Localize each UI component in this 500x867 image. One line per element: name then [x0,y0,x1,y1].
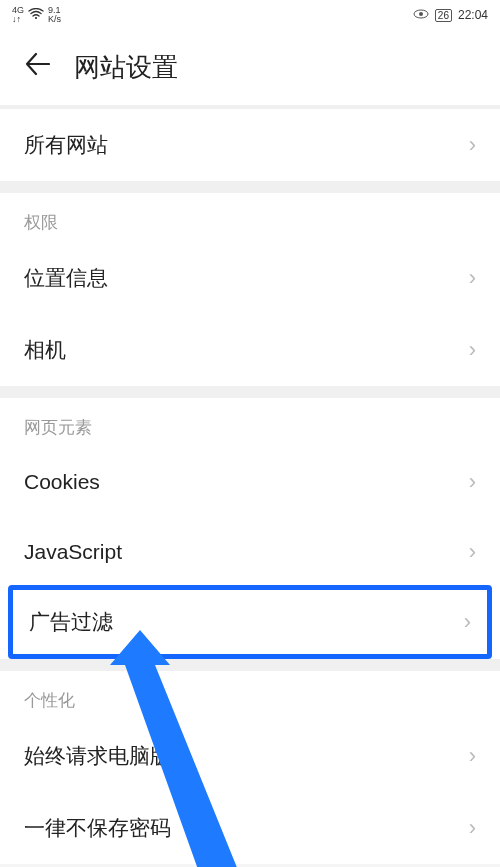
chevron-right-icon: › [464,609,471,635]
list-item-all-sites[interactable]: 所有网站 › [0,109,500,181]
list-item-label: 相机 [24,336,66,364]
chevron-right-icon: › [469,815,476,841]
section-header-personalization: 个性化 [0,671,500,720]
list-item-label: 始终请求电脑版 [24,742,171,770]
battery-icon: 26 [435,9,452,22]
chevron-right-icon: › [469,132,476,158]
time-label: 22:04 [458,8,488,22]
list-item-no-password[interactable]: 一律不保存密码 › [0,792,500,864]
eye-icon [413,8,429,22]
chevron-right-icon: › [469,469,476,495]
list-item-desktop[interactable]: 始终请求电脑版 › [0,720,500,792]
chevron-right-icon: › [469,539,476,565]
status-bar: 4G↓↑ 9.1K/s 26 22:04 [0,0,500,30]
section-header-elements: 网页元素 [0,398,500,447]
list-item-label: 位置信息 [24,264,108,292]
page-header: 网站设置 [0,30,500,105]
list-item-label: 一律不保存密码 [24,814,171,842]
list-item-label: Cookies [24,470,100,494]
list-item-label: 广告过滤 [29,608,113,636]
list-item-camera[interactable]: 相机 › [0,314,500,386]
list-item-javascript[interactable]: JavaScript › [0,517,500,587]
page-title: 网站设置 [74,50,178,85]
chevron-right-icon: › [469,743,476,769]
list-item-label: JavaScript [24,540,122,564]
list-item-ad-filter[interactable]: 广告过滤 › [8,585,492,659]
network-label: 4G↓↑ [12,6,24,24]
section-header-permissions: 权限 [0,193,500,242]
list-item-cookies[interactable]: Cookies › [0,447,500,517]
status-left: 4G↓↑ 9.1K/s [12,6,61,24]
list-item-label: 所有网站 [24,131,108,159]
svg-point-0 [35,17,37,19]
status-right: 26 22:04 [413,8,488,22]
svg-point-2 [419,12,423,16]
speed-label: 9.1K/s [48,6,61,24]
list-item-location[interactable]: 位置信息 › [0,242,500,314]
back-arrow-icon[interactable] [24,51,50,84]
wifi-icon [28,8,44,23]
chevron-right-icon: › [469,337,476,363]
chevron-right-icon: › [469,265,476,291]
